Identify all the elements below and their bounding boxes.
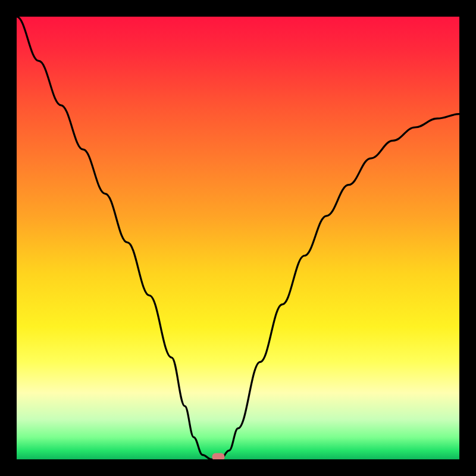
- curve-path: [17, 17, 459, 459]
- optimal-marker: [212, 453, 224, 459]
- bottleneck-curve: [17, 17, 459, 459]
- plot-area: [17, 17, 459, 459]
